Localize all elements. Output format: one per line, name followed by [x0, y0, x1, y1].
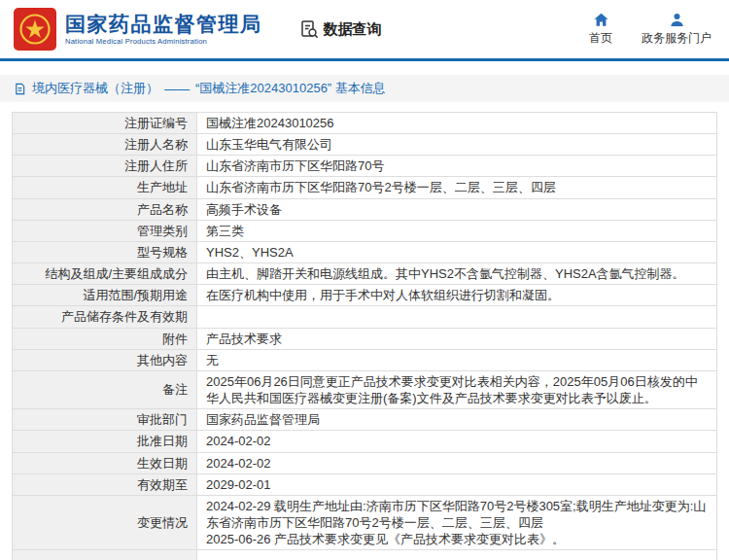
row-label: 备注 — [13, 370, 197, 408]
table-row: 产品储存条件及有效期 — [13, 306, 717, 328]
row-value: 2025年06月26日同意更正产品技术要求变更对比表相关内容，2025年05月0… — [197, 370, 717, 408]
row-label: 批准日期 — [13, 431, 197, 452]
nav-item-label: 首页 — [589, 30, 612, 47]
row-value: 2024-02-29 载明生产地址由:济南市历下区华阳路70号2号楼305室;载… — [197, 495, 717, 549]
row-label: 有效期至 — [13, 473, 197, 495]
row-label: 产品名称 — [13, 198, 197, 220]
table-row: 审批部门 国家药品监督管理局 — [13, 409, 717, 431]
breadcrumb-separator: —— — [164, 82, 190, 96]
row-value: 2024-02-02 — [197, 452, 717, 473]
table-row: 型号规格 YHS2、YHS2A — [13, 241, 717, 262]
site-header: 国家药品监督管理局 National Medical Products Admi… — [0, 0, 729, 58]
main-content: 注册证编号 国械注准20243010256 注册人名称 山东玉华电气有限公司 注… — [0, 102, 729, 560]
row-value: 2024-02-02 — [197, 431, 717, 452]
org-name-en: National Medical Products Administration — [65, 37, 262, 46]
brand-block: 国家药品监督管理局 National Medical Products Admi… — [65, 13, 262, 45]
row-value: 山东省济南市历下区华阳路70号 — [197, 156, 717, 177]
header-nav: 首页 政务服务门户 — [589, 12, 715, 47]
row-label: 产品储存条件及有效期 — [13, 306, 197, 328]
table-row: 管理类别 第三类 — [13, 220, 717, 241]
table-row: 附件 产品技术要求 — [13, 328, 717, 349]
table-row: 结构及组成/主要组成成分 由主机、脚踏开关和电源线组成。其中YHS2不含氩气控制… — [13, 263, 717, 285]
user-icon — [669, 12, 685, 28]
row-value: YHS2、YHS2A — [197, 241, 717, 262]
row-value — [197, 306, 717, 328]
table-row: 注册人住所 山东省济南市历下区华阳路70号 — [13, 156, 717, 177]
row-value: 无 — [197, 349, 717, 370]
table-row: 批准日期 2024-02-02 — [13, 431, 717, 452]
row-label: 适用范围/预期用途 — [13, 285, 197, 306]
row-label: 变更情况 — [13, 495, 197, 549]
row-value: 2029-02-01 — [197, 473, 717, 495]
nav-item-label: 政务服务门户 — [642, 30, 712, 47]
row-label: 管理类别 — [13, 220, 197, 241]
row-value: 山东玉华电气有限公司 — [197, 134, 717, 156]
row-value: 由主机、脚踏开关和电源线组成。其中YHS2不含氩气控制器、YHS2A含氩气控制器… — [197, 263, 717, 285]
table-row: 生效日期 2024-02-02 — [13, 452, 717, 473]
nav-item-gov-portal[interactable]: 政务服务门户 — [642, 12, 712, 47]
data-query-label: 数据查询 — [324, 20, 382, 39]
breadcrumb: 境内医疗器械（注册） —— “国械注准20243010256” 基本信息 — [0, 75, 729, 102]
document-icon — [14, 83, 26, 95]
registration-info-table: 注册证编号 国械注准20243010256 注册人名称 山东玉华电气有限公司 注… — [12, 112, 717, 560]
breadcrumb-current: “国械注准20243010256” 基本信息 — [195, 80, 386, 97]
table-row: 有效期至 2029-02-01 — [13, 473, 717, 495]
data-query-icon — [299, 19, 319, 39]
npma-emblem-icon — [18, 13, 52, 46]
table-row: 注册人名称 山东玉华电气有限公司 — [13, 134, 717, 156]
npma-logo[interactable] — [14, 8, 56, 51]
row-label: 注册人住所 — [13, 156, 197, 177]
row-label: 生效日期 — [13, 452, 197, 473]
table-row-note: 注 详情 — [13, 550, 717, 560]
breadcrumb-section[interactable]: 境内医疗器械（注册） — [32, 80, 158, 97]
row-value: 高频手术设备 — [197, 198, 717, 220]
nav-item-home[interactable]: 首页 — [589, 12, 612, 47]
data-query-menu[interactable]: 数据查询 — [299, 19, 382, 39]
row-value: 产品技术要求 — [197, 328, 717, 349]
row-label: 审批部门 — [13, 409, 197, 431]
row-label: 注册人名称 — [13, 134, 197, 156]
row-label: 生产地址 — [13, 177, 197, 198]
table-row: 生产地址 山东省济南市历下区华阳路70号2号楼一层、二层、三层、四层 — [13, 177, 717, 198]
table-row: 其他内容 无 — [13, 349, 717, 370]
table-row: 产品名称 高频手术设备 — [13, 198, 717, 220]
row-label: 其他内容 — [13, 349, 197, 370]
table-row: 注册证编号 国械注准20243010256 — [13, 113, 717, 134]
row-label: 附件 — [13, 328, 197, 349]
header-divider — [0, 58, 729, 61]
row-value: 山东省济南市历下区华阳路70号2号楼一层、二层、三层、四层 — [197, 177, 717, 198]
note-label-cell: 注 — [13, 550, 197, 560]
note-value-cell: 详情 — [197, 550, 717, 560]
row-value: 国械注准20243010256 — [197, 113, 717, 134]
table-row: 备注 2025年06月26日同意更正产品技术要求变更对比表相关内容，2025年0… — [13, 370, 717, 408]
table-row: 变更情况 2024-02-29 载明生产地址由:济南市历下区华阳路70号2号楼3… — [13, 495, 717, 549]
table-row: 适用范围/预期用途 在医疗机构中使用，用于手术中对人体软组织进行切割和凝固。 — [13, 285, 717, 306]
row-label: 注册证编号 — [13, 113, 197, 134]
row-value: 第三类 — [197, 220, 717, 241]
row-value: 国家药品监督管理局 — [197, 409, 717, 431]
home-icon — [593, 12, 609, 28]
row-label: 型号规格 — [13, 241, 197, 262]
org-name-cn: 国家药品监督管理局 — [65, 13, 262, 36]
row-label: 结构及组成/主要组成成分 — [13, 263, 197, 285]
row-value: 在医疗机构中使用，用于手术中对人体软组织进行切割和凝固。 — [197, 285, 717, 306]
